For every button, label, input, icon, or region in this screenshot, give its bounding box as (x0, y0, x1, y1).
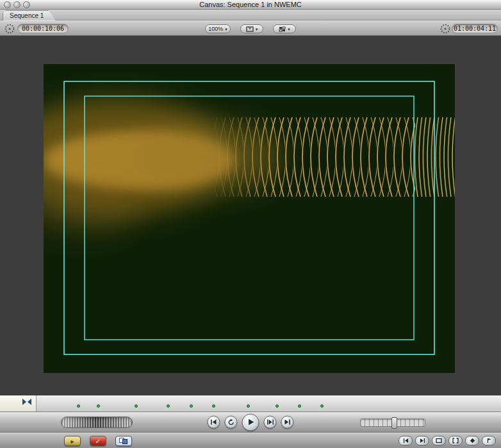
play-around-button[interactable] (225, 416, 238, 429)
tab-label: Sequence 1 (10, 12, 44, 19)
previous-edit-icon (211, 419, 217, 426)
zoom-value: 100% (208, 26, 223, 32)
keyframe-marker[interactable] (77, 404, 80, 408)
add-marker-button[interactable] (482, 436, 496, 445)
mark-clip-button[interactable] (448, 436, 463, 445)
scrubber-markers (0, 395, 501, 411)
jog-control[interactable] (61, 417, 133, 428)
zoom-popup[interactable]: 100%▾ (205, 24, 231, 33)
title-bar[interactable]: Canvas: Sequence 1 in NWEMC (0, 0, 501, 10)
view-popup-icon (246, 26, 254, 32)
wave-arc-pattern (211, 117, 455, 197)
canvas-toolbar: 00:00:10:06 100%▾ ▾ ▾ 01:00:04:11 (0, 21, 501, 36)
keyframe-marker[interactable] (190, 404, 193, 408)
keyframe-marker[interactable] (320, 404, 324, 408)
clip-overlay-icon: ▸ (70, 438, 74, 445)
play-button[interactable] (242, 413, 259, 431)
play-around-icon (227, 419, 234, 426)
clock-icon (4, 24, 15, 34)
view-popup[interactable]: ▾ (240, 24, 263, 33)
window-title: Canvas: Sequence 1 in NWEMC (0, 1, 501, 8)
keyframe-marker[interactable] (275, 404, 279, 408)
video-frame[interactable] (44, 64, 455, 373)
next-edit-icon (284, 419, 291, 426)
chevron-down-icon: ▾ (256, 27, 258, 31)
tab-sequence-1[interactable]: Sequence 1 (3, 10, 56, 21)
current-timecode-field[interactable]: 00:00:10:06 (17, 24, 69, 33)
transport-buttons (208, 413, 294, 431)
view-mode-button[interactable] (115, 436, 132, 446)
keyframe-marker[interactable] (135, 404, 138, 408)
mark-clip-icon (452, 438, 459, 444)
chevron-down-icon: ▾ (288, 27, 290, 31)
right-button-group (398, 436, 496, 445)
clock-icon (440, 24, 450, 34)
next-edit-button[interactable] (281, 416, 294, 429)
previous-edit-button[interactable] (208, 416, 220, 429)
play-icon (247, 419, 254, 426)
previous-frame-icon (403, 438, 409, 444)
previous-frame-button[interactable] (398, 436, 413, 445)
left-button-group: ▸ ✓ (64, 436, 132, 446)
keyframe-marker[interactable] (298, 404, 301, 408)
next-frame-button[interactable] (415, 436, 429, 445)
timeline-timecode-field[interactable]: 01:00:04:11 (452, 24, 498, 33)
marker-flag-icon (486, 438, 492, 444)
match-frame-icon (436, 438, 442, 444)
clip-overlay-button[interactable]: ▸ (64, 436, 81, 446)
add-keyframe-button[interactable] (465, 436, 479, 445)
shuttle-control[interactable] (360, 419, 425, 427)
bottom-button-bar: ▸ ✓ (0, 433, 501, 448)
check-icon: ✓ (95, 438, 101, 445)
shuttle-handle[interactable] (391, 417, 397, 429)
next-frame-icon (420, 438, 425, 444)
play-in-to-out-icon (267, 419, 274, 426)
keyframe-diamond-icon (470, 438, 475, 444)
tab-strip: Sequence 1 (0, 10, 501, 21)
dual-view-icon (119, 438, 128, 444)
canvas-view-area[interactable] (0, 36, 501, 395)
keyframe-marker[interactable] (247, 404, 250, 408)
play-in-to-out-button[interactable] (264, 416, 277, 429)
transport-bar (0, 412, 501, 433)
canvas-window: Canvas: Sequence 1 in NWEMC Sequence 1 0… (0, 0, 501, 448)
layout-popup[interactable]: ▾ (273, 24, 296, 33)
match-frame-button[interactable] (432, 436, 446, 445)
scrubber-bar[interactable] (0, 395, 501, 412)
render-check-button[interactable]: ✓ (90, 436, 106, 446)
chevron-down-icon: ▾ (225, 27, 227, 31)
keyframe-marker[interactable] (167, 404, 170, 408)
keyframe-marker[interactable] (97, 404, 100, 408)
keyframe-marker[interactable] (212, 404, 215, 408)
layout-popup-icon (279, 26, 286, 32)
